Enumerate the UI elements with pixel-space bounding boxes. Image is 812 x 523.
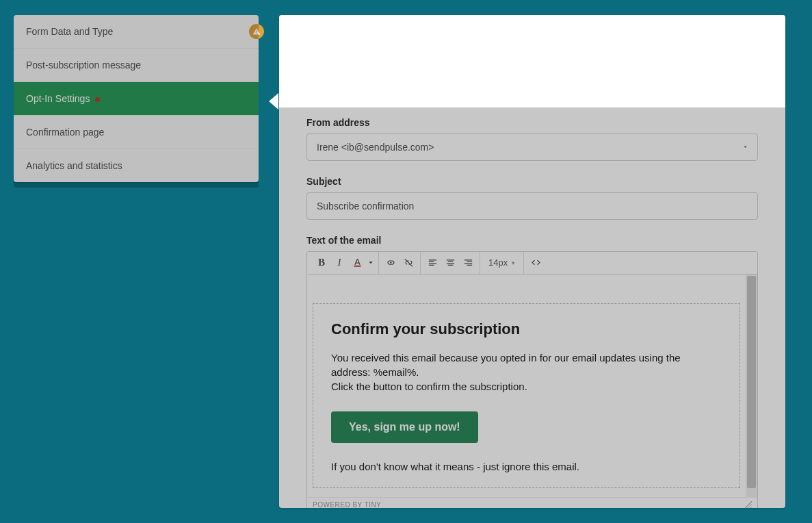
sidebar-item-analytics[interactable]: Analytics and statistics bbox=[14, 149, 259, 182]
chevron-down-icon bbox=[742, 142, 749, 153]
scroll-thumb[interactable] bbox=[747, 276, 756, 488]
email-paragraph-2: Click the button to confirm the subscrip… bbox=[331, 379, 722, 394]
sidebar-item-label: Analytics and statistics bbox=[26, 160, 122, 171]
font-size-value: 14px bbox=[488, 257, 508, 268]
sidebar-item-post-subscription[interactable]: Post-subscription message bbox=[14, 49, 259, 82]
text-color-dropdown-icon[interactable] bbox=[366, 254, 376, 272]
from-address-label: From address bbox=[306, 117, 758, 128]
email-body-label: Text of the email bbox=[306, 235, 758, 246]
optin-settings-panel: Enable double opt-in NEW After subscribi… bbox=[279, 15, 785, 508]
editor-scrollbar[interactable] bbox=[746, 275, 757, 497]
email-template-container: Confirm your subscription You received t… bbox=[313, 303, 740, 488]
optin-info-text: After subscribing, the user will get an … bbox=[306, 68, 758, 102]
source-code-button[interactable] bbox=[527, 254, 545, 272]
required-dot-icon bbox=[95, 97, 100, 102]
sidebar-item-label: Post-subscription message bbox=[26, 60, 141, 71]
settings-sidebar: Form Data and Type Post-subscription mes… bbox=[14, 15, 259, 182]
text-color-button[interactable] bbox=[348, 254, 366, 272]
editor-toolbar: B I bbox=[307, 252, 757, 275]
sidebar-item-label: Opt-In Settings bbox=[26, 93, 90, 104]
double-optin-label: Enable double opt-in bbox=[306, 44, 408, 55]
rich-text-editor: B I bbox=[306, 251, 758, 509]
email-paragraph-3: If you don't know what it means - just i… bbox=[331, 459, 722, 474]
subject-label: Subject bbox=[306, 176, 758, 187]
bold-button[interactable]: B bbox=[313, 254, 330, 272]
italic-button[interactable]: I bbox=[330, 254, 348, 272]
confirm-subscription-button[interactable]: Yes, sign me up now! bbox=[331, 411, 478, 443]
align-left-button[interactable] bbox=[423, 254, 441, 272]
align-center-button[interactable] bbox=[441, 254, 459, 272]
align-right-button[interactable] bbox=[459, 254, 477, 272]
email-heading: Confirm your subscription bbox=[331, 320, 722, 338]
subject-input[interactable]: Subscribe confirmation bbox=[306, 192, 758, 220]
email-paragraph-1: You received this email because you opte… bbox=[331, 350, 722, 379]
svg-rect-0 bbox=[354, 266, 361, 267]
panel-pointer-icon bbox=[269, 93, 278, 110]
sidebar-item-label: Confirmation page bbox=[26, 127, 104, 138]
resize-grip-icon[interactable] bbox=[744, 501, 752, 509]
new-badge: NEW bbox=[412, 43, 430, 51]
sidebar-item-optin-settings[interactable]: Opt-In Settings bbox=[14, 82, 259, 116]
editor-powered-by: POWERED BY TINY bbox=[313, 501, 381, 508]
unlink-button[interactable] bbox=[400, 254, 417, 272]
from-address-value: Irene <ib@sendpulse.com> bbox=[317, 142, 434, 153]
chevron-down-icon: ▾ bbox=[512, 259, 515, 266]
link-button[interactable] bbox=[382, 254, 400, 272]
sidebar-item-confirmation-page[interactable]: Confirmation page bbox=[14, 116, 259, 149]
subject-value: Subscribe confirmation bbox=[317, 201, 414, 212]
double-optin-toggle[interactable] bbox=[513, 42, 539, 56]
sidebar-item-label: Form Data and Type bbox=[26, 26, 113, 37]
from-address-select[interactable]: Irene <ib@sendpulse.com> bbox=[306, 133, 758, 161]
editor-content-area[interactable]: Confirm your subscription You received t… bbox=[307, 275, 746, 497]
sidebar-item-form-data[interactable]: Form Data and Type bbox=[14, 15, 259, 49]
warning-icon bbox=[249, 24, 264, 39]
font-size-select[interactable]: 14px ▾ bbox=[483, 257, 521, 268]
